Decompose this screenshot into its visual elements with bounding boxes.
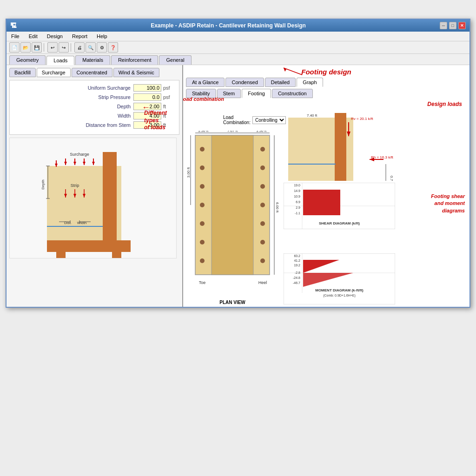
right-content-area: Per load combination Load Combination: C… (186, 101, 467, 305)
settings-button[interactable]: ⚙ (97, 42, 107, 53)
svg-text:7.67 ft: 7.67 ft (227, 131, 238, 133)
help-toolbar-button[interactable]: ❓ (108, 42, 118, 53)
svg-text:19.2: 19.2 (294, 264, 300, 267)
structural-diagrams: Design loads (284, 101, 467, 305)
tab-reinforcement[interactable]: Reinforcement (111, 55, 159, 65)
svg-rect-4 (56, 252, 66, 258)
annotation-different-loads: Different typesof loads (144, 110, 179, 132)
subtab-wind-seismic[interactable]: Wind & Seismic (113, 68, 159, 77)
title-bar: 🏗 Example - ASDIP Retain - Cantilever Re… (7, 20, 469, 32)
window-title: Example - ASDIP Retain - Cantilever Reta… (151, 22, 306, 29)
svg-point-51 (260, 221, 265, 226)
svg-point-45 (200, 240, 205, 245)
toolbar: 📄 📂 💾 ↩ ↪ 🖨 🔍 ⚙ ❓ (7, 41, 469, 54)
close-button[interactable]: ✕ (458, 22, 466, 29)
window-icon: 🏗 (10, 22, 17, 29)
uniform-surcharge-unit: psf (161, 85, 175, 91)
svg-point-48 (260, 165, 265, 170)
tab-geometry[interactable]: Geometry (9, 55, 46, 65)
menu-help[interactable]: Help (95, 33, 109, 40)
new-button[interactable]: 📄 (9, 42, 20, 53)
svg-rect-39 (212, 135, 253, 275)
right-tab-bar-bottom: Stability Stem Footing Construction (186, 89, 467, 98)
footing-design-arrow (279, 66, 325, 79)
menu-file[interactable]: File (9, 33, 21, 40)
svg-text:MOMENT DIAGRAM (k-ft/ft): MOMENT DIAGRAM (k-ft/ft) (315, 288, 364, 292)
annotation-per-load-combo: Per load combination (183, 96, 224, 102)
open-button[interactable]: 📂 (20, 42, 31, 53)
depth-row: Depth ft (13, 103, 175, 110)
svg-text:-24.8: -24.8 (293, 276, 300, 279)
rtab-condensed[interactable]: Condensed (225, 78, 264, 87)
svg-point-52 (260, 240, 265, 245)
svg-rect-5 (112, 252, 121, 258)
load-combo-selector: Load Combination: Controlling (223, 115, 279, 125)
strip-pressure-unit: psf (161, 94, 175, 100)
svg-text:1.50 ft: 1.50 ft (198, 131, 209, 133)
uniform-surcharge-row: Uniform Surcharge psf (13, 84, 175, 92)
subtab-backfill[interactable]: Backfill (9, 68, 36, 77)
wall-diagram-svg: Surcharge Strip Depth Dist. Width (10, 138, 177, 258)
svg-point-49 (260, 184, 265, 189)
menu-report[interactable]: Report (70, 33, 89, 40)
moment-diagram-svg: 63.2 41.2 19.2 -2.8 -24.8 -46.7 MOMENT D… (284, 253, 395, 304)
svg-text:Width: Width (77, 221, 86, 225)
rtab-construction[interactable]: Construction (272, 89, 313, 98)
svg-text:Rv = 20.1 k/ft: Rv = 20.1 k/ft (351, 117, 373, 121)
rtab-footing[interactable]: Footing (242, 89, 271, 98)
svg-text:Strip: Strip (71, 183, 79, 188)
svg-rect-3 (47, 240, 131, 252)
strip-pressure-input[interactable] (133, 93, 161, 101)
left-panel: Backfill Surcharge Concentrated Wind & S… (7, 65, 183, 307)
annotation-footing-shear: Footing shearand momentdiagrams (431, 193, 465, 213)
svg-point-40 (200, 147, 205, 152)
tab-materials[interactable]: Materials (75, 55, 110, 65)
search-button[interactable]: 🔍 (86, 42, 96, 53)
main-window: 🏗 Example - ASDIP Retain - Cantilever Re… (6, 19, 470, 308)
subtab-surcharge[interactable]: Surcharge (37, 68, 71, 77)
tab-general[interactable]: General (159, 55, 191, 65)
svg-point-42 (200, 184, 205, 189)
svg-rect-68 (335, 113, 346, 181)
redo-button[interactable]: ↪ (59, 42, 69, 53)
svg-text:SHEAR DIAGRAM (k/ft): SHEAR DIAGRAM (k/ft) (319, 221, 360, 225)
minimize-button[interactable]: ─ (440, 22, 447, 29)
menu-design[interactable]: Design (45, 33, 65, 40)
content-area: Backfill Surcharge Concentrated Wind & S… (7, 65, 469, 307)
svg-point-50 (260, 203, 265, 207)
strip-pressure-row: Strip Pressure psf (13, 93, 175, 101)
svg-text:Toe: Toe (199, 280, 206, 285)
svg-text:Rh = 16.3 k/ft: Rh = 16.3 k/ft (371, 155, 394, 159)
svg-text:63.2: 63.2 (294, 254, 300, 258)
print-button[interactable]: 🖨 (74, 42, 85, 53)
strip-pressure-label: Strip Pressure (13, 94, 133, 100)
save-button[interactable]: 💾 (32, 42, 42, 53)
plan-view-container: Per load combination Load Combination: C… (186, 101, 279, 305)
svg-text:Surcharge: Surcharge (70, 152, 89, 157)
maximize-button[interactable]: □ (449, 22, 456, 29)
svg-text:Heel: Heel (258, 280, 267, 285)
subtab-concentrated[interactable]: Concentrated (72, 68, 112, 77)
svg-rect-2 (103, 152, 117, 245)
title-controls: ─ □ ✕ (440, 22, 466, 29)
footing-shear-annotation: Footing shearand momentdiagrams (284, 193, 467, 214)
moment-diagram-container: 63.2 41.2 19.2 -2.8 -24.8 -46.7 MOMENT D… (284, 253, 467, 305)
menu-bar: File Edit Design Report Help (7, 32, 469, 41)
width-label: Width (13, 113, 133, 119)
svg-text:3.00 ft: 3.00 ft (186, 167, 191, 178)
distance-stem-label: Distance from Stem (13, 122, 133, 128)
undo-button[interactable]: ↩ (47, 42, 58, 53)
depth-label: Depth (13, 104, 133, 109)
svg-text:-2.8: -2.8 (295, 271, 300, 274)
svg-point-43 (200, 203, 205, 207)
svg-text:6.00 ft: 6.00 ft (275, 202, 279, 213)
uniform-surcharge-input[interactable] (133, 84, 161, 92)
load-combo-select[interactable]: Controlling (252, 116, 286, 124)
load-combo-label: Load Combination: (223, 115, 251, 125)
rtab-at-a-glance[interactable]: At a Glance (186, 78, 225, 87)
wall-diagram-container: Surcharge Strip Depth Dist. Width (9, 138, 177, 258)
svg-text:Depth: Depth (41, 179, 45, 189)
tab-loads[interactable]: Loads (46, 56, 74, 65)
svg-text:0.73 ft: 0.73 ft (390, 176, 394, 181)
menu-edit[interactable]: Edit (27, 33, 40, 40)
